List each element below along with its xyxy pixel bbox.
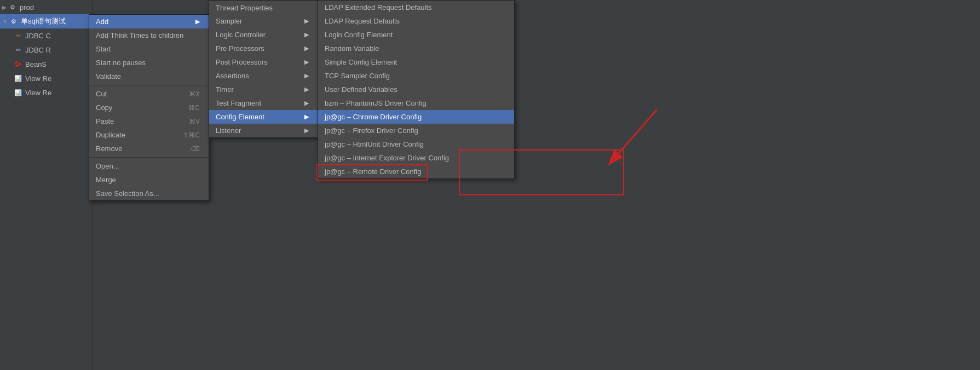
menu-item-open[interactable]: Open... (89, 159, 209, 173)
tree-item-beans[interactable]: 🫘 BeanS (0, 57, 93, 71)
menu-item-cut[interactable]: Cut ⌘X (89, 87, 209, 101)
menu-label-jpgc-chrome: jp@gc – Chrome Driver Config (325, 113, 422, 121)
arrow-icon-add: ▶ (195, 18, 200, 25)
tree-label-jdbc1: JDBC C (25, 32, 51, 40)
arrow-icon-sampler: ▶ (304, 18, 309, 25)
menu-item-testfragment[interactable]: Test Fragment ▶ (209, 96, 318, 110)
menu-item-copy[interactable]: Copy ⌘C (89, 101, 209, 114)
tree-item-viewre2[interactable]: 📊 View Re (0, 85, 93, 100)
menu-label-addthink: Add Think Times to children (96, 31, 183, 39)
menu-item-start[interactable]: Start (89, 42, 209, 56)
menu-item-merge[interactable]: Merge (89, 173, 209, 187)
menu-label-loginconfig: Login Config Element (325, 31, 393, 39)
arrow-icon-assertions: ▶ (304, 72, 309, 79)
arrow-icon-postprocessors: ▶ (304, 59, 309, 66)
menu-label-sampler: Sampler (216, 17, 242, 25)
menu-label-jpgc-remote: jp@gc – Remote Driver Config (325, 167, 421, 176)
menu-item-remove[interactable]: Remove ⌫ (89, 142, 209, 155)
shortcut-duplicate: ⇧⌘C (183, 131, 200, 139)
context-menu-l3: LDAP Extended Request Defaults LDAP Requ… (318, 0, 515, 179)
shortcut-paste: ⌘V (189, 118, 200, 125)
menu-label-ldapextended: LDAP Extended Request Defaults (325, 3, 432, 11)
menu-label-tcpsampler: TCP Sampler Config (325, 72, 390, 80)
menu-label-jpgc-ie: jp@gc – Internet Explorer Driver Config (325, 154, 449, 162)
shortcut-copy: ⌘C (188, 104, 200, 112)
arrow-icon-logiccontroller: ▶ (304, 31, 309, 38)
tree-label-viewre1: View Re (25, 74, 51, 83)
menu-label-randomvar: Random Variable (325, 44, 379, 53)
menu-label-userdefined: User Defined Variables (325, 85, 397, 94)
tree-item-viewre1[interactable]: 📊 View Re (0, 71, 93, 85)
menu-item-tcpsampler[interactable]: TCP Sampler Config (318, 69, 514, 83)
menu-item-ldaprequest[interactable]: LDAP Request Defaults (318, 14, 514, 28)
arrow-icon-preprocessors: ▶ (304, 45, 309, 52)
menu-item-validate[interactable]: Validate (89, 70, 209, 83)
menu-item-userdefined[interactable]: User Defined Variables (318, 83, 514, 96)
menu-label-timer: Timer (216, 85, 234, 94)
tree-arrow-sql: ▼ (2, 19, 8, 25)
tree-label-sql: 单sql语句测试 (21, 16, 66, 26)
svg-line-1 (619, 109, 657, 153)
menu-label-ldaprequest: LDAP Request Defaults (325, 17, 400, 25)
menu-item-sampler[interactable]: Sampler ▶ (209, 14, 318, 28)
tree-label-jdbc2: JDBC R (25, 46, 51, 54)
menu-item-loginconfig[interactable]: Login Config Element (318, 28, 514, 42)
arrow-icon-listener: ▶ (304, 127, 309, 134)
tree-icon-beans: 🫘 (13, 59, 23, 69)
menu-item-jpgc-firefox[interactable]: jp@gc – Firefox Driver Config (318, 124, 514, 137)
menu-label-jpgc-firefox: jp@gc – Firefox Driver Config (325, 126, 418, 135)
menu-item-preprocessors[interactable]: Pre Processors ▶ (209, 42, 318, 55)
menu-item-jpgc-remote[interactable]: jp@gc – Remote Driver Config (318, 165, 514, 178)
menu-label-saveas: Save Selection As... (96, 189, 159, 198)
menu-label-add: Add (96, 18, 108, 26)
menu-item-postprocessors[interactable]: Post Processors ▶ (209, 55, 318, 69)
menu-label-open: Open... (96, 162, 119, 170)
menu-item-randomvar[interactable]: Random Variable (318, 42, 514, 55)
menu-item-jpgc-chrome[interactable]: jp@gc – Chrome Driver Config (318, 110, 514, 124)
shortcut-remove: ⌫ (191, 145, 200, 153)
menu-label-startnopause: Start no pauses (96, 59, 146, 67)
menu-item-timer[interactable]: Timer ▶ (209, 83, 318, 96)
menu-item-bzm[interactable]: bzm – PhantomJS Driver Config (318, 96, 514, 110)
menu-item-simpleconfig[interactable]: Simple Config Element (318, 55, 514, 69)
menu-label-cut: Cut (96, 90, 107, 98)
tree-item-prod[interactable]: ▶ ⚙ prod (0, 0, 93, 14)
menu-item-jpgc-ie[interactable]: jp@gc – Internet Explorer Driver Config (318, 151, 514, 165)
thread-properties-header: Thread Properties (209, 1, 318, 14)
context-menu-l1: Add ▶ Add Think Times to children Start … (89, 14, 209, 201)
menu-label-logiccontroller: Logic Controller (216, 31, 266, 39)
menu-label-duplicate: Duplicate (96, 131, 125, 139)
menu-item-saveas[interactable]: Save Selection As... (89, 187, 209, 200)
menu-item-assertions[interactable]: Assertions ▶ (209, 69, 318, 83)
menu-label-paste: Paste (96, 117, 114, 125)
menu-label-preprocessors: Pre Processors (216, 44, 264, 53)
menu-label-merge: Merge (96, 176, 116, 184)
arrow-icon-timer: ▶ (304, 86, 309, 93)
tree-arrow-prod: ▶ (2, 4, 7, 10)
menu-item-configelement[interactable]: Config Element ▶ (209, 110, 318, 124)
divider-2 (89, 157, 209, 158)
menu-item-paste[interactable]: Paste ⌘V (89, 114, 209, 128)
menu-label-assertions: Assertions (216, 72, 249, 80)
tree-item-jdbc1[interactable]: ✂ JDBC C (0, 28, 93, 43)
menu-label-configelement: Config Element (216, 113, 264, 121)
tree-item-jdbc2[interactable]: ✏ JDBC R (0, 43, 93, 57)
menu-item-logiccontroller[interactable]: Logic Controller ▶ (209, 28, 318, 42)
menu-item-addthink[interactable]: Add Think Times to children (89, 28, 209, 42)
tree-icon-jdbc1: ✂ (13, 31, 23, 41)
menu-item-listener[interactable]: Listener ▶ (209, 124, 318, 137)
tree-label-prod: prod (20, 3, 34, 11)
arrow-icon-configelement: ▶ (304, 113, 309, 120)
tree-item-sql[interactable]: ▼ ⚙ 单sql语句测试 (0, 14, 93, 28)
menu-item-startnopause[interactable]: Start no pauses (89, 56, 209, 70)
menu-item-add[interactable]: Add ▶ (89, 15, 209, 28)
menu-item-duplicate[interactable]: Duplicate ⇧⌘C (89, 128, 209, 142)
menu-label-remove: Remove (96, 144, 122, 153)
sidebar: ▶ ⚙ prod ▼ ⚙ 单sql语句测试 ✂ JDBC C ✏ JDBC R … (0, 0, 93, 370)
menu-item-ldapextended[interactable]: LDAP Extended Request Defaults (318, 1, 514, 14)
menu-item-jpgc-htmlunit[interactable]: jp@gc – HtmlUnit Driver Config (318, 137, 514, 151)
menu-label-postprocessors: Post Processors (216, 58, 268, 66)
red-arrow-indicator (602, 104, 668, 170)
menu-label-simpleconfig: Simple Config Element (325, 58, 397, 66)
tree-icon-viewre2: 📊 (13, 88, 23, 97)
